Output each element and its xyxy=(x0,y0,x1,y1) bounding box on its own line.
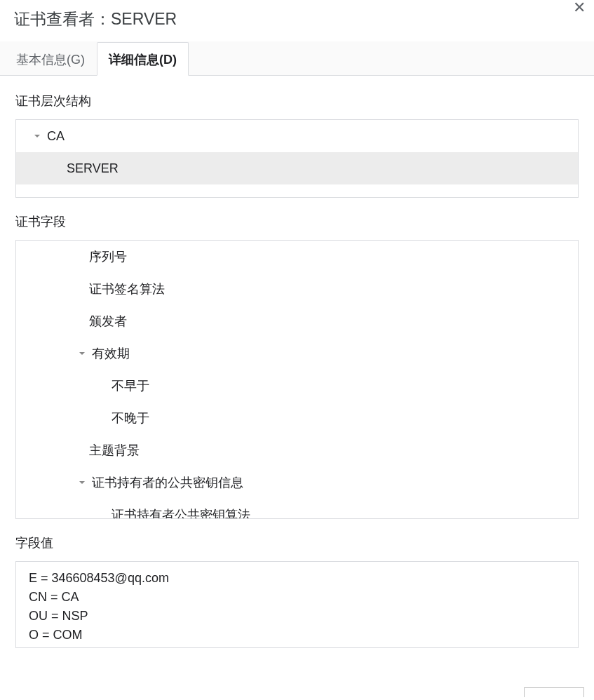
value-line: O = COM xyxy=(29,626,565,645)
chevron-down-icon[interactable] xyxy=(76,348,88,359)
fields-tree[interactable]: 序列号 证书签名算法 颁发者 有效期 不早于 不晚于 主题背景 证书持有者的公共… xyxy=(15,240,579,519)
tab-bar: 基本信息(G) 详细信息(D) xyxy=(0,41,594,76)
bottom-bar xyxy=(524,685,584,700)
field-not-before[interactable]: 不早于 xyxy=(16,370,578,402)
field-label: 颁发者 xyxy=(89,313,127,330)
field-serial-number[interactable]: 序列号 xyxy=(16,241,578,273)
tab-details[interactable]: 详细信息(D) xyxy=(97,42,189,76)
hierarchy-tree[interactable]: CA SERVER xyxy=(15,119,579,198)
field-sig-algo[interactable]: 证书签名算法 xyxy=(16,273,578,305)
tab-general[interactable]: 基本信息(G) xyxy=(4,42,97,76)
field-not-after[interactable]: 不晚于 xyxy=(16,402,578,434)
tree-label: SERVER xyxy=(67,161,119,176)
field-label: 序列号 xyxy=(89,248,127,265)
chevron-down-icon[interactable] xyxy=(32,130,43,142)
field-subject[interactable]: 主题背景 xyxy=(16,434,578,466)
dialog-header: ✕ 证书查看者：SERVER xyxy=(0,0,594,41)
hierarchy-label: 证书层次结构 xyxy=(15,93,579,109)
field-label: 证书签名算法 xyxy=(89,281,165,297)
field-issuer[interactable]: 颁发者 xyxy=(16,305,578,337)
field-label: 不早于 xyxy=(112,377,149,394)
value-line: E = 346608453@qq.com xyxy=(29,569,565,588)
tree-row-server[interactable]: SERVER xyxy=(16,152,578,184)
field-label: 有效期 xyxy=(92,345,130,362)
tree-row-ca[interactable]: CA xyxy=(16,120,578,152)
field-label: 主题背景 xyxy=(89,442,140,459)
value-line: L = SZ xyxy=(29,645,565,648)
field-pubkey-info[interactable]: 证书持有者的公共密钥信息 xyxy=(16,466,578,499)
field-label: 证书持有者公共密钥算法 xyxy=(112,506,250,519)
tree-label: CA xyxy=(47,129,65,144)
value-label: 字段值 xyxy=(15,534,579,551)
dialog-title: 证书查看者：SERVER xyxy=(14,8,580,30)
field-validity[interactable]: 有效期 xyxy=(16,337,578,370)
chevron-down-icon[interactable] xyxy=(76,477,88,488)
button-stub[interactable] xyxy=(524,687,584,697)
field-label: 证书持有者的公共密钥信息 xyxy=(92,474,243,491)
field-label: 不晚于 xyxy=(112,410,149,426)
value-line: CN = CA xyxy=(29,588,565,607)
field-pubkey-algo[interactable]: 证书持有者公共密钥算法 xyxy=(16,499,578,519)
close-icon[interactable]: ✕ xyxy=(573,0,586,15)
value-line: OU = NSP xyxy=(29,607,565,626)
field-value-box[interactable]: E = 346608453@qq.com CN = CA OU = NSP O … xyxy=(15,561,579,648)
details-content: 证书层次结构 CA SERVER 证书字段 序列号 证书签名算法 颁发者 有效期 xyxy=(0,76,594,654)
fields-label: 证书字段 xyxy=(15,213,579,230)
